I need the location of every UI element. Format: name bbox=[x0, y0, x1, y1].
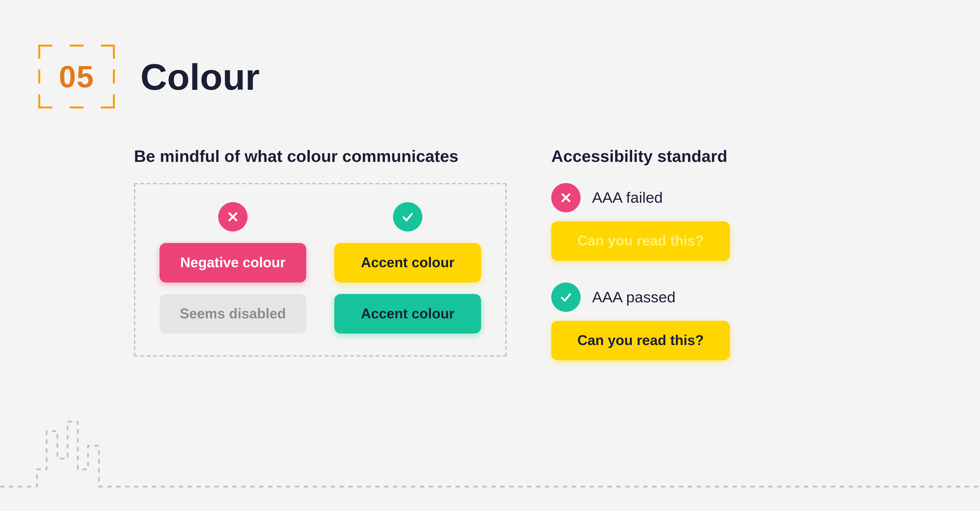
negative-colour-button[interactable]: Negative colour bbox=[159, 243, 306, 282]
accessibility-section: Accessibility standard AAA failed Can yo… bbox=[551, 147, 730, 382]
cross-icon bbox=[551, 183, 581, 213]
frame-corner bbox=[101, 44, 115, 59]
section-number-frame: 05 bbox=[38, 44, 115, 108]
page-title: Colour bbox=[140, 55, 260, 98]
accent-colour-button-teal[interactable]: Accent colour bbox=[334, 294, 481, 333]
example-box: Negative colour Seems disabled Accent co… bbox=[134, 183, 507, 357]
check-icon bbox=[551, 282, 581, 312]
section-heading-left: Be mindful of what colour communicates bbox=[134, 147, 507, 167]
high-contrast-button[interactable]: Can you read this? bbox=[551, 321, 730, 360]
aaa-passed-row: AAA passed bbox=[551, 282, 730, 312]
section-number: 05 bbox=[59, 59, 94, 94]
aaa-failed-label: AAA failed bbox=[592, 189, 663, 207]
section-heading-right: Accessibility standard bbox=[551, 147, 730, 167]
aaa-passed-group: AAA passed Can you read this? bbox=[551, 282, 730, 360]
good-examples-column: Accent colour Accent colour bbox=[334, 202, 481, 333]
check-icon bbox=[393, 202, 423, 232]
accent-colour-button-yellow[interactable]: Accent colour bbox=[334, 243, 481, 282]
low-contrast-button[interactable]: Can you read this? bbox=[551, 221, 730, 261]
decorative-waveform bbox=[0, 409, 980, 511]
disabled-colour-button[interactable]: Seems disabled bbox=[159, 294, 306, 333]
slide-header: 05 Colour bbox=[38, 44, 260, 108]
frame-tick bbox=[69, 44, 84, 46]
frame-tick bbox=[69, 106, 84, 108]
bad-examples-column: Negative colour Seems disabled bbox=[159, 202, 306, 333]
frame-tick bbox=[38, 69, 40, 84]
frame-corner bbox=[101, 94, 115, 109]
content: Be mindful of what colour communicates N… bbox=[134, 147, 942, 382]
frame-tick bbox=[113, 69, 115, 84]
slide: 05 Colour Be mindful of what colour comm… bbox=[0, 0, 980, 511]
cross-icon bbox=[218, 202, 248, 232]
aaa-failed-group: AAA failed Can you read this? bbox=[551, 183, 730, 261]
frame-corner bbox=[38, 94, 52, 109]
aaa-failed-row: AAA failed bbox=[551, 183, 730, 213]
colour-communication-section: Be mindful of what colour communicates N… bbox=[134, 147, 507, 382]
frame-corner bbox=[38, 44, 52, 59]
aaa-passed-label: AAA passed bbox=[592, 288, 675, 306]
